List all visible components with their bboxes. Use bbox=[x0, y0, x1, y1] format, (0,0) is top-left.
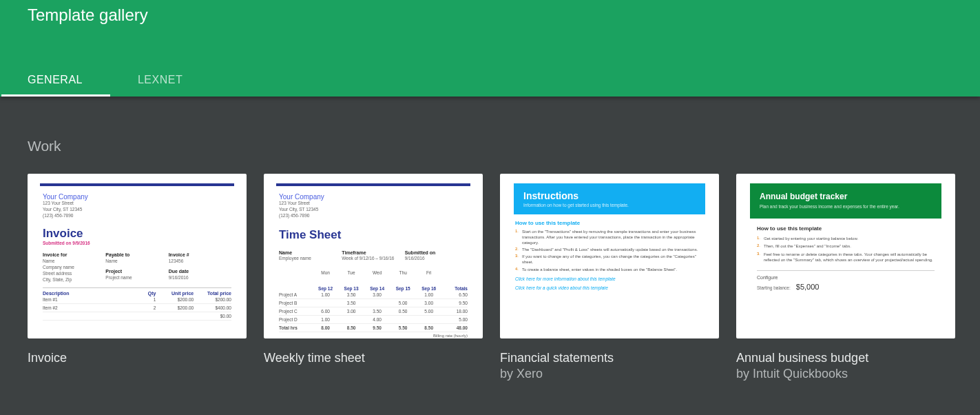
header-bar: Template gallery GENERAL LEXNET bbox=[0, 0, 980, 97]
template-card-row: Your Company 123 Your Street Your City, … bbox=[28, 174, 952, 382]
table-row: Project C6.003.003.500.505.0018.00 bbox=[279, 307, 468, 316]
tab-lexnet[interactable]: LEXNET bbox=[110, 63, 210, 97]
content-area: Work Your Company 123 Your Street Your C… bbox=[0, 97, 980, 382]
table-row: Project D1.004.005.00 bbox=[279, 316, 468, 324]
template-card-timesheet[interactable]: Your Company 123 Your Street Your City, … bbox=[264, 174, 483, 382]
template-thumbnail: Instructions Information on how to get s… bbox=[500, 174, 719, 338]
thumb-company: Your Company bbox=[43, 193, 231, 201]
tab-general[interactable]: GENERAL bbox=[0, 63, 110, 97]
section-title-work: Work bbox=[28, 138, 952, 154]
template-subtitle: by Xero bbox=[500, 365, 719, 382]
table-row: Project A1.003.503.001.006.50 bbox=[279, 291, 468, 299]
template-thumbnail: Your Company 123 Your Street Your City, … bbox=[28, 174, 247, 338]
table-row: Item #11$200.00$200.00 bbox=[43, 296, 231, 304]
table-row: $0.00 bbox=[43, 312, 231, 321]
template-subtitle: by Intuit Quickbooks bbox=[736, 365, 955, 382]
template-card-budget[interactable]: Annual budget tracker Plan and track you… bbox=[736, 174, 955, 382]
template-title: Invoice bbox=[28, 351, 247, 365]
template-card-invoice[interactable]: Your Company 123 Your Street Your City, … bbox=[28, 174, 247, 382]
table-row: Project B3.505.003.009.50 bbox=[279, 299, 468, 307]
template-title: Financial statements bbox=[500, 351, 719, 365]
template-thumbnail: Annual budget tracker Plan and track you… bbox=[736, 174, 955, 338]
template-title: Annual business budget bbox=[736, 351, 955, 365]
template-title: Weekly time sheet bbox=[264, 351, 483, 365]
page-title: Template gallery bbox=[28, 3, 980, 25]
table-row: Total hrs8.008.509.505.508.5048.00 bbox=[279, 324, 468, 332]
template-card-financial[interactable]: Instructions Information on how to get s… bbox=[500, 174, 719, 382]
table-row: Item #22$200.00$400.00 bbox=[43, 304, 231, 312]
tabs: GENERAL LEXNET bbox=[0, 63, 210, 97]
template-thumbnail: Your Company 123 Your Street Your City, … bbox=[264, 174, 483, 338]
